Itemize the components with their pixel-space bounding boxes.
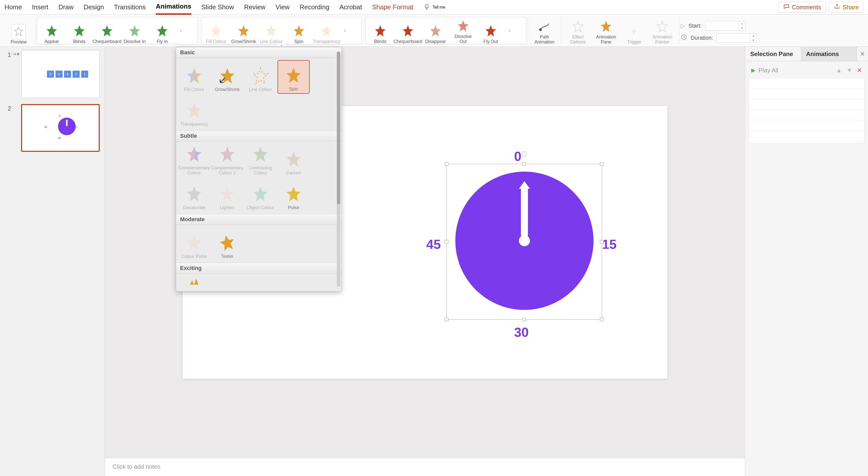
panel-tab-selection[interactable]: Selection Pane bbox=[745, 47, 801, 61]
list-item[interactable] bbox=[749, 110, 864, 120]
selected-shape[interactable] bbox=[446, 164, 602, 320]
delete-icon[interactable]: ✕ bbox=[857, 67, 862, 74]
tab-design[interactable]: Design bbox=[84, 0, 104, 14]
section-exciting: Exciting bbox=[176, 263, 341, 274]
dg-desaturate[interactable]: Desaturate bbox=[178, 178, 210, 212]
dg-pulse[interactable]: Pulse bbox=[278, 178, 310, 212]
dg-spin[interactable]: Spin bbox=[278, 60, 310, 94]
dg-darken[interactable]: Darken bbox=[278, 144, 310, 177]
entrance-chequerboard[interactable]: Chequerboard bbox=[94, 17, 120, 44]
path-animation-button[interactable]: Path Animation bbox=[532, 18, 557, 45]
emphasis-more[interactable]: › bbox=[342, 28, 349, 33]
dg-exciting-item[interactable] bbox=[178, 276, 210, 291]
spin-down[interactable]: ▾ bbox=[750, 38, 756, 42]
ribbon: Preview Appear Blinds Chequerboard Disso… bbox=[0, 14, 868, 47]
dg-complementary-colour-2[interactable]: Complementary Colour 2 bbox=[211, 144, 243, 177]
animation-pane-button[interactable]: Animation Pane bbox=[593, 18, 619, 45]
list-item[interactable] bbox=[749, 78, 864, 89]
star-icon bbox=[185, 234, 204, 252]
emphasis-grow-shrink[interactable]: Grow/Shrink bbox=[231, 17, 256, 44]
panel-tab-animations[interactable]: Animations bbox=[801, 47, 857, 61]
duration-input[interactable]: ▴▾ bbox=[717, 33, 757, 43]
tab-transitions[interactable]: Transitions bbox=[114, 0, 146, 14]
resize-handle[interactable] bbox=[445, 318, 448, 321]
dg-transparency[interactable]: Transparency bbox=[178, 95, 210, 128]
play-icon: ▷ bbox=[681, 23, 685, 29]
play-all-row[interactable]: ▶ Play All ▲ ▼ ✕ bbox=[749, 65, 865, 76]
exit-more[interactable]: › bbox=[506, 28, 513, 33]
tab-home[interactable]: Home bbox=[4, 0, 22, 14]
dg-grow-shrink[interactable]: Grow/Shrink bbox=[211, 60, 243, 94]
spin-up[interactable]: ▴ bbox=[739, 21, 745, 26]
resize-handle[interactable] bbox=[600, 318, 603, 321]
spin-up[interactable]: ▴ bbox=[750, 33, 756, 38]
list-item[interactable] bbox=[749, 89, 864, 99]
emphasis-transparency[interactable]: Transparency bbox=[314, 17, 339, 44]
tab-shape-format[interactable]: Shape Format bbox=[372, 0, 413, 14]
exit-blinds[interactable]: Blinds bbox=[368, 17, 393, 44]
tab-review[interactable]: Review bbox=[244, 0, 266, 14]
entrance-fly-in[interactable]: Fly In bbox=[150, 17, 175, 44]
animation-painter-button[interactable]: Animation Painter bbox=[650, 18, 675, 45]
section-subtle: Subtle bbox=[176, 130, 341, 142]
exit-disappear[interactable]: Disappear bbox=[423, 17, 448, 44]
emphasis-spin[interactable]: Spin bbox=[286, 17, 311, 44]
emphasis-fill-colour[interactable]: Fill Colour bbox=[204, 17, 228, 44]
dg-line-colour[interactable]: Line Colour bbox=[244, 60, 277, 94]
dg-object-colour[interactable]: Object Colour bbox=[244, 178, 277, 212]
resize-handle[interactable] bbox=[600, 162, 603, 166]
resize-handle[interactable] bbox=[445, 162, 448, 166]
dg-teeter[interactable]: Teeter bbox=[211, 227, 243, 261]
emphasis-line-colour[interactable]: Line Colour bbox=[259, 17, 284, 44]
slide-thumbnail-1[interactable]: 5 4 3 2 1 bbox=[22, 50, 100, 98]
dropdown-scrollbar[interactable] bbox=[337, 52, 340, 287]
entrance-blinds[interactable]: Blinds bbox=[67, 17, 92, 44]
spin-down[interactable]: ▾ bbox=[739, 26, 745, 30]
tab-view[interactable]: View bbox=[276, 0, 289, 14]
entrance-more[interactable]: › bbox=[177, 28, 184, 33]
emphasis-dropdown-gallery: Basic Fill Colour Grow/Shrink Line Colou… bbox=[176, 47, 342, 292]
dg-colour-pulse[interactable]: Colour Pulse bbox=[178, 227, 210, 261]
list-item[interactable] bbox=[749, 120, 864, 131]
tab-slideshow[interactable]: Slide Show bbox=[202, 0, 234, 14]
preview-button[interactable]: Preview bbox=[6, 18, 31, 45]
tab-draw[interactable]: Draw bbox=[58, 0, 73, 14]
star-icon bbox=[264, 24, 278, 38]
scrollbar-thumb[interactable] bbox=[337, 52, 340, 204]
trigger-button[interactable]: Trigger bbox=[622, 18, 647, 45]
entrance-appear[interactable]: Appear bbox=[39, 17, 64, 44]
list-item[interactable] bbox=[749, 131, 864, 142]
dg-lighten[interactable]: Lighten bbox=[211, 178, 243, 212]
panel-close-button[interactable]: ✕ bbox=[857, 47, 868, 61]
star-icon bbox=[185, 275, 204, 288]
star-outline-icon bbox=[11, 24, 26, 39]
exit-dissolve-out[interactable]: Dissolve Out bbox=[451, 17, 476, 44]
tab-insert[interactable]: Insert bbox=[32, 0, 48, 14]
resize-handle[interactable] bbox=[600, 240, 603, 243]
resize-handle[interactable] bbox=[445, 240, 448, 243]
move-down-icon[interactable]: ▼ bbox=[846, 67, 852, 74]
comments-button[interactable]: Comments bbox=[779, 2, 826, 13]
notes-area[interactable]: Click to add notes bbox=[105, 458, 745, 476]
exit-fly-out[interactable]: Fly Out bbox=[478, 17, 503, 44]
share-button[interactable]: Share bbox=[829, 2, 864, 13]
start-input[interactable]: ▴▾ bbox=[705, 21, 745, 31]
dg-fill-colour[interactable]: Fill Colour bbox=[178, 60, 210, 94]
list-item[interactable] bbox=[749, 99, 864, 110]
move-up-icon[interactable]: ▲ bbox=[836, 67, 842, 74]
star-icon bbox=[484, 24, 498, 38]
tell-me[interactable]: Tell me bbox=[424, 3, 445, 11]
tab-animations[interactable]: Animations bbox=[156, 0, 191, 15]
effect-options-button[interactable]: Effect Options bbox=[565, 18, 590, 45]
dg-complementary-colour[interactable]: Complementary Colour bbox=[178, 144, 210, 177]
rotate-handle[interactable] bbox=[522, 152, 527, 156]
resize-handle[interactable] bbox=[522, 162, 526, 166]
dg-contrasting-colour[interactable]: Contrasting Colour bbox=[244, 144, 277, 177]
tab-acrobat[interactable]: Acrobat bbox=[340, 0, 362, 14]
slide-thumbnail-2[interactable]: 0 15 30 45 bbox=[21, 104, 100, 152]
tab-recording[interactable]: Recording bbox=[300, 0, 330, 14]
exit-chequerboard[interactable]: Chequerboard bbox=[395, 17, 421, 44]
entrance-dissolve-in[interactable]: Dissolve In bbox=[122, 17, 147, 44]
resize-handle[interactable] bbox=[522, 318, 526, 321]
svg-point-0 bbox=[425, 4, 428, 8]
